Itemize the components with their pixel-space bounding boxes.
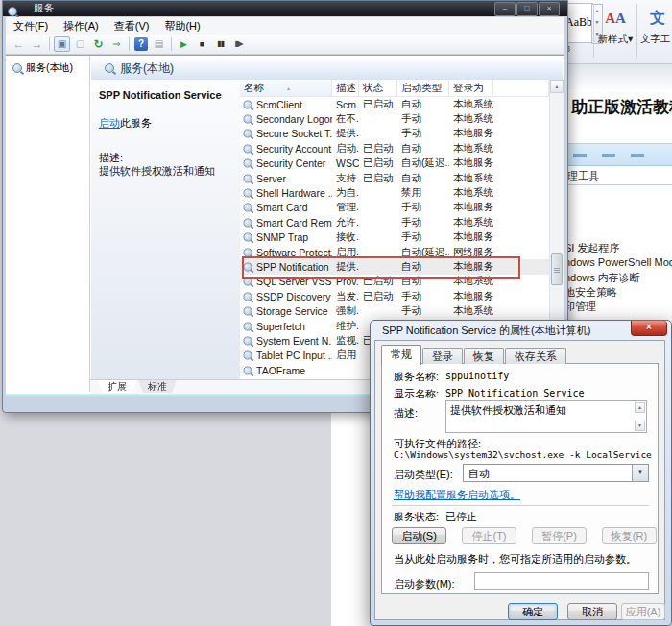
services-icon [105,63,114,73]
column-header-logon-as[interactable]: 登录为 [449,80,493,96]
scroll-up-icon[interactable]: ▲ [550,80,564,93]
minimize-button[interactable]: – [494,2,516,16]
service-name-label: 服务名称: [394,370,439,384]
cell-desc: 接收... [332,230,359,244]
scroll-down-icon[interactable]: ▼ [635,421,645,431]
admin-tools-list: SI 发起程序ndows PowerShell Modundows 内存诊断地安… [564,241,672,314]
menu-item[interactable]: 文件(F) [6,19,56,34]
startup-type-select[interactable]: 自动 [463,464,649,482]
service-icon [244,174,252,182]
service-icon [244,351,252,360]
table-row[interactable]: Software Protect...启用...自动(延迟...网络服务 [240,245,549,259]
column-header-startup-type[interactable]: 启动类型 [397,80,449,96]
table-row[interactable]: SPP Notification ...提供...自动本地服务 [240,259,549,274]
cell-startup: 自动 [397,275,449,288]
document-icon[interactable]: ▢ [72,36,88,52]
table-row[interactable]: Smart Card Rem...允许...手动本地系统 [240,215,549,229]
cell-desc: 提供... [332,260,359,274]
dialog-close-button[interactable]: × [631,321,667,336]
service-name: Superfetch [256,321,305,332]
services-window-icon [8,7,17,16]
tab-extended[interactable]: 扩展 [98,380,136,393]
table-row[interactable]: SNMP Trap接收...手动本地服务 [240,230,549,245]
dialog-tab-常规[interactable]: 常规 [381,345,421,365]
admin-tool-item[interactable]: ndows 内存诊断 [564,271,672,285]
document-title: 助正版激活教程 [571,96,672,118]
service-status-label: 服务状态: [394,510,439,524]
new-style-button[interactable]: AA 新样式▾ [596,4,635,60]
export-list-icon[interactable]: ⇒ [108,36,125,52]
cell-logon: 本地服务 [449,230,493,244]
column-header-description[interactable]: 描述 [332,80,359,96]
admin-tool-item[interactable]: 地安全策略 [564,285,672,300]
cell-logon: 本地服务 [449,260,493,274]
chevron-down-icon: ▾ [628,33,633,44]
menu-item[interactable]: 查看(V) [107,19,157,34]
start-service-icon[interactable]: ▶ [176,36,192,52]
menu-item[interactable]: 操作(A) [56,19,107,34]
dialog-footer-button[interactable]: 取消 [567,603,617,620]
tab-standard[interactable]: 标准 [138,380,177,393]
start-service-link[interactable]: 启动 [99,117,120,129]
table-row[interactable]: Security CenterWSC...已启动自动(延迟...本地服务 [240,156,549,171]
cell-status: 已启动 [359,275,397,288]
dropdown-arrow-icon[interactable] [632,465,648,481]
cell-desc: 监视... [332,334,359,348]
table-row[interactable]: Smart Card管理...手动本地服务 [240,201,549,215]
description-label: 描述: [99,151,123,165]
help-icon[interactable]: ? [134,37,148,51]
service-name: Secondary Logon [256,113,332,125]
startup-help-link[interactable]: 帮助我配置服务启动选项。 [394,488,520,502]
service-name: Security Account... [256,143,332,155]
service-control-button: 恢复(R) [602,527,657,544]
service-control-button[interactable]: 启动(S) [392,527,446,544]
admin-tool-item[interactable]: ndows PowerShell Modu [564,255,672,270]
maximize-button[interactable]: □ [516,2,538,16]
column-header-status[interactable]: 状态 [359,80,397,96]
cell-startup: 自动 [397,142,449,156]
dialog-footer-button[interactable]: 确定 [508,603,558,620]
table-row[interactable]: Storage Service强制...手动本地系统 [240,303,549,318]
back-icon[interactable]: ← [11,36,27,52]
table-row[interactable]: Server支持...已启动自动本地系统 [240,171,549,185]
scroll-up-icon[interactable]: ▲ [635,402,645,413]
table-row[interactable]: SQL Server VSS ...Prov...已启动自动本地系统 [240,275,549,289]
description-field[interactable]: 提供软件授权激活和通知 ▲ ▼ [445,400,647,433]
ribbon-separator [636,4,637,58]
console-tree-icon[interactable]: ▣ [54,36,70,52]
table-row[interactable]: Secondary Logon在不...手动本地系统 [240,111,549,126]
admin-tool-item[interactable]: SI 发起程序 [564,241,672,255]
scrollbar-thumb[interactable] [551,253,563,285]
service-icon [244,233,252,242]
forward-icon[interactable]: → [29,36,45,52]
service-icon [244,115,252,124]
title-bar[interactable]: 服务 – □ × [3,1,567,16]
table-row[interactable]: Shell Hardware ...为自...禁用本地系统 [240,185,549,200]
dialog-tab-登录[interactable]: 登录 [422,348,463,364]
tree-item-services-local[interactable]: 服务(本地) [12,61,89,75]
dialog-tab-依存关系[interactable]: 依存关系 [505,348,566,364]
close-button[interactable]: × [539,2,560,16]
text-tool-label: 文字工 [640,33,671,44]
admin-tool-item[interactable]: 印管理 [564,300,672,314]
column-header-name[interactable]: 名称▲ [240,80,332,96]
pause-service-icon[interactable]: ▮▮ [212,36,228,52]
table-row[interactable]: Security Account...启动...已启动自动本地系统 [240,141,549,156]
service-icon [244,248,252,256]
window-icon[interactable]: ▤ [151,36,167,52]
text-tool-button[interactable]: 文 文字工 [640,4,672,60]
table-row[interactable]: Secure Socket T...提供...手动本地服务 [240,127,549,141]
service-status-value: 已停止 [445,510,477,524]
dialog-tab-恢复[interactable]: 恢复 [464,348,504,364]
refresh-icon[interactable]: ↻ [90,36,107,52]
start-params-input[interactable] [474,572,649,590]
cell-startup: 手动 [397,216,449,229]
stop-service-icon[interactable]: ■ [194,36,210,52]
table-row[interactable]: SSDP Discovery当发...已启动手动本地服务 [240,289,549,303]
cell-desc: 允许... [332,216,359,229]
menu-item[interactable]: 帮助(H) [156,19,207,34]
table-row[interactable]: ScmClientScm...已启动自动本地系统 [240,97,549,111]
restart-service-icon[interactable]: ▮▶ [230,36,247,52]
service-name: SQL Server VSS ... [256,276,332,287]
cell-status: 已启动 [359,98,397,111]
